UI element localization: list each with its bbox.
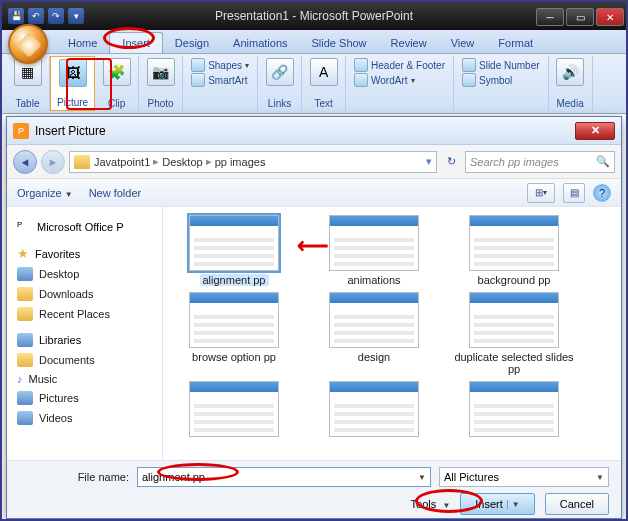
sidebar-videos[interactable]: Videos xyxy=(7,408,162,428)
photo-icon: 📷 xyxy=(147,58,175,86)
help-button[interactable]: ? xyxy=(593,184,611,202)
crumb-seg[interactable]: Javatpoint1 xyxy=(94,156,150,168)
tab-home[interactable]: Home xyxy=(56,33,109,53)
ribbon-shapes[interactable]: Shapes ▾ xyxy=(189,58,251,72)
file-item[interactable] xyxy=(169,381,299,437)
link-icon: 🔗 xyxy=(266,58,294,86)
file-item[interactable]: duplicate selected slides pp xyxy=(449,292,579,375)
ribbon-media[interactable]: 🔊Media xyxy=(549,56,593,111)
search-input[interactable]: Search pp images🔍 xyxy=(465,151,615,173)
dialog-title: Insert Picture xyxy=(35,124,106,138)
chevron-down-icon[interactable]: ▼ xyxy=(418,473,426,482)
file-thumbnail xyxy=(469,381,559,437)
file-grid[interactable]: alignment pp animations background pp br… xyxy=(163,207,621,460)
app-titlebar: 💾 ↶ ↷ ▾ Presentation1 - Microsoft PowerP… xyxy=(2,2,626,30)
view-button[interactable]: ⊞ ▾ xyxy=(527,183,555,203)
tab-insert[interactable]: Insert xyxy=(109,32,163,53)
quick-access-toolbar: 💾 ↶ ↷ ▾ xyxy=(2,8,90,24)
media-icon: 🔊 xyxy=(556,58,584,86)
tab-review[interactable]: Review xyxy=(379,33,439,53)
ribbon-text-group: Header & Footer WordArt ▾ xyxy=(346,56,454,111)
ribbon-symbol[interactable]: Symbol xyxy=(460,73,542,87)
sidebar-office[interactable]: PMicrosoft Office P xyxy=(7,217,162,237)
file-thumbnail xyxy=(329,292,419,348)
nav-forward-button[interactable]: ► xyxy=(41,150,65,174)
sidebar-pictures[interactable]: Pictures xyxy=(7,388,162,408)
nav-back-button[interactable]: ◄ xyxy=(13,150,37,174)
breadcrumb[interactable]: Javatpoint1▸ Desktop▸ pp images ▾ xyxy=(69,151,437,173)
insert-button[interactable]: Insert▼ xyxy=(460,493,534,515)
dialog-close-button[interactable]: ✕ xyxy=(575,122,615,140)
insert-picture-dialog: P Insert Picture ✕ ◄ ► Javatpoint1▸ Desk… xyxy=(6,116,622,519)
ribbon-text[interactable]: AText xyxy=(302,56,346,111)
ribbon-slide-number[interactable]: Slide Number xyxy=(460,58,542,72)
sidebar-downloads[interactable]: Downloads xyxy=(7,284,162,304)
tab-slideshow[interactable]: Slide Show xyxy=(300,33,379,53)
close-button[interactable]: ✕ xyxy=(596,8,624,26)
folder-icon xyxy=(17,287,33,301)
file-item[interactable]: design xyxy=(309,292,439,375)
file-thumbnail xyxy=(189,381,279,437)
music-icon: ♪ xyxy=(17,373,23,385)
search-icon: 🔍 xyxy=(596,155,610,168)
slidenum-icon xyxy=(462,58,476,72)
undo-icon[interactable]: ↶ xyxy=(28,8,44,24)
refresh-button[interactable]: ↻ xyxy=(441,152,461,172)
office-button[interactable] xyxy=(8,24,48,64)
sidebar-music[interactable]: ♪Music xyxy=(7,370,162,388)
crumb-seg[interactable]: pp images xyxy=(215,156,266,168)
libraries-icon xyxy=(17,333,33,347)
tools-button[interactable]: Tools ▼ xyxy=(411,498,451,510)
sidebar-documents[interactable]: Documents xyxy=(7,350,162,370)
window-buttons: ─ ▭ ✕ xyxy=(536,6,626,26)
star-icon: ★ xyxy=(17,246,29,261)
dialog-toolbar: Organize ▼ New folder ⊞ ▾ ▤ ? xyxy=(7,179,621,207)
organize-button[interactable]: Organize ▼ xyxy=(17,187,73,199)
sidebar-favorites[interactable]: ★Favorites xyxy=(7,243,162,264)
file-thumbnail xyxy=(329,215,419,271)
filename-input[interactable]: alignment pp ▼ xyxy=(137,467,431,487)
ribbon-header-footer[interactable]: Header & Footer xyxy=(352,58,447,72)
crumb-dropdown-icon[interactable]: ▾ xyxy=(426,155,432,168)
tab-design[interactable]: Design xyxy=(163,33,221,53)
tab-view[interactable]: View xyxy=(439,33,487,53)
new-folder-button[interactable]: New folder xyxy=(89,187,142,199)
sidebar-libraries[interactable]: Libraries xyxy=(7,330,162,350)
ribbon-links[interactable]: 🔗Links xyxy=(258,56,302,111)
ribbon-illustrations: Shapes ▾ SmartArt xyxy=(183,56,258,111)
ribbon-photo[interactable]: 📷Photo xyxy=(139,56,183,111)
file-item[interactable] xyxy=(309,381,439,437)
ribbon-clip[interactable]: 🧩Clip xyxy=(95,56,139,111)
file-item[interactable] xyxy=(449,381,579,437)
sidebar-desktop[interactable]: Desktop xyxy=(7,264,162,284)
cancel-button[interactable]: Cancel xyxy=(545,493,609,515)
ribbon-smartart[interactable]: SmartArt xyxy=(189,73,251,87)
tab-animations[interactable]: Animations xyxy=(221,33,299,53)
dialog-footer: File name: alignment pp ▼ All Pictures▼ … xyxy=(7,460,621,518)
ribbon-tabs: Home Insert Design Animations Slide Show… xyxy=(2,30,626,54)
tab-format[interactable]: Format xyxy=(486,33,545,53)
file-item[interactable]: browse option pp xyxy=(169,292,299,375)
file-item[interactable]: alignment pp xyxy=(169,215,299,286)
wordart-icon xyxy=(354,73,368,87)
dialog-icon: P xyxy=(13,123,29,139)
maximize-button[interactable]: ▭ xyxy=(566,8,594,26)
sidebar-recent[interactable]: Recent Places xyxy=(7,304,162,324)
ribbon-picture[interactable]: 🖼Picture xyxy=(50,56,95,111)
redo-icon[interactable]: ↷ xyxy=(48,8,64,24)
filter-select[interactable]: All Pictures▼ xyxy=(439,467,609,487)
videos-icon xyxy=(17,411,33,425)
preview-button[interactable]: ▤ xyxy=(563,183,585,203)
ribbon-content: ▦Table 🖼Picture 🧩Clip 📷Photo Shapes ▾ Sm… xyxy=(2,54,626,114)
minimize-button[interactable]: ─ xyxy=(536,8,564,26)
crumb-seg[interactable]: Desktop xyxy=(162,156,202,168)
file-item[interactable]: animations xyxy=(309,215,439,286)
symbol-icon xyxy=(462,73,476,87)
file-item[interactable]: background pp xyxy=(449,215,579,286)
clip-icon: 🧩 xyxy=(103,58,131,86)
qat-dropdown-icon[interactable]: ▾ xyxy=(68,8,84,24)
ribbon-wordart[interactable]: WordArt ▾ xyxy=(352,73,447,87)
save-icon[interactable]: 💾 xyxy=(8,8,24,24)
app-title: Presentation1 - Microsoft PowerPoint xyxy=(215,9,413,23)
ribbon-table[interactable]: ▦Table xyxy=(6,56,50,111)
